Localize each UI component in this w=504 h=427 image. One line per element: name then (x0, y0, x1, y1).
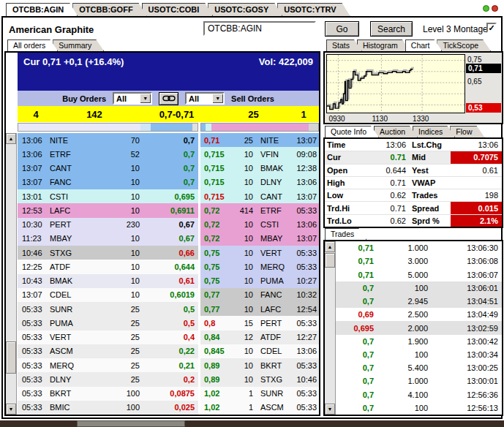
scroll-thumb[interactable] (6, 341, 16, 374)
quote-label: High (325, 178, 358, 187)
bid-row[interactable]: 05:33PUMA250,5 (18, 316, 198, 330)
ask-row[interactable]: 0,71510DLNY13:06 (200, 175, 319, 189)
ask-row[interactable]: 0,71510BMAK12:38 (200, 162, 319, 175)
chart-tab-histogram[interactable]: Histogram (357, 39, 410, 51)
trade-row[interactable]: 0,71.00013:00:01 (336, 374, 502, 388)
trade-time: 13:06:01 (428, 284, 502, 292)
trade-row[interactable]: 0,711.00013:06:30 (336, 241, 502, 254)
scroll-thumb[interactable] (325, 253, 335, 268)
ask-row[interactable]: 0,8412ATDF12:27 (200, 330, 319, 344)
trade-row[interactable]: 0,710012:56:13 (336, 401, 502, 415)
link-sides-button[interactable] (159, 92, 178, 105)
go-button[interactable]: Go (325, 21, 359, 37)
ask-row[interactable]: 0,72414ETRF05:33 (200, 203, 319, 217)
ask-row[interactable]: 0,8910STXG10:46 (200, 372, 319, 386)
quote-tab-indices[interactable]: Indices (413, 126, 455, 137)
bid-row[interactable]: 05:33SUNR250,5 (18, 302, 198, 316)
scroll-up-button[interactable]: ▲ (6, 133, 16, 144)
trade-row[interactable]: 0,6952.00013:02:59 (336, 321, 502, 334)
bid-size: 10 (91, 249, 143, 257)
ask-row[interactable]: 0,7125NITE13:07 (200, 133, 319, 147)
scroll-down-button[interactable]: ▼ (325, 404, 335, 415)
ask-mm: MERQ (256, 262, 290, 271)
bid-row[interactable]: 13:07CANT100,7 (18, 162, 198, 175)
symbol-tab-usotc-gosy[interactable]: USOTC:GOSY (208, 3, 282, 16)
symbol-tab-otcbb-goff[interactable]: OTCBB:GOFF (72, 3, 146, 16)
bid-row[interactable]: 10:43BMAK100,61 (18, 274, 198, 288)
trade-row[interactable]: 0,710013:00:34 (336, 348, 502, 361)
symbol-tab-usotc-ytrv[interactable]: USOTC:YTRV (277, 3, 350, 16)
ask-row[interactable]: 1,021ASCM05:33 (200, 401, 319, 415)
trade-row[interactable]: 0,710013:06:01 (336, 281, 502, 295)
ask-row[interactable]: 0,71510VFIN09:08 (200, 147, 319, 161)
ask-row[interactable]: 0,8910BKRT05:33 (200, 358, 319, 372)
trade-size: 3.000 (374, 257, 428, 265)
bid-row[interactable]: 11:23MBAY100,67 (18, 232, 198, 246)
symbol-input[interactable] (203, 21, 316, 36)
ask-row[interactable]: 0,7210CSTI13:06 (200, 218, 319, 232)
ask-row[interactable]: 0,7510PUMA10:27 (200, 274, 319, 288)
search-button[interactable]: Search (370, 21, 413, 37)
bid-price: 0,7 (143, 150, 198, 159)
ask-time: 05:33 (290, 361, 319, 370)
ask-row[interactable]: 0,7710LAFC12:54 (200, 302, 319, 316)
bid-row[interactable]: 05:33MERQ250,21 (18, 358, 198, 372)
bid-price: 0,2 (143, 375, 198, 384)
chart-tab-chart[interactable]: Chart (405, 39, 443, 51)
ask-row[interactable]: 0,7210MBAY13:07 (200, 232, 319, 246)
bid-row[interactable]: 05:33BKRT1000,0875 (18, 387, 198, 401)
bid-row[interactable]: 05:33BMIC1000,025 (18, 401, 198, 415)
bid-row[interactable]: 13:07CDEL100,6019 (18, 288, 198, 302)
trade-row[interactable]: 0,71.90013:00:42 (336, 335, 502, 348)
ask-row[interactable]: 0,7510MERQ05:33 (200, 260, 319, 273)
bid-row[interactable]: 13:06ETRF520,7 (18, 147, 198, 161)
chevron-down-icon[interactable]: ▼ (212, 94, 223, 103)
book-tab-all-orders[interactable]: All orders (7, 39, 58, 51)
ask-time: 09:08 (290, 150, 319, 159)
montage-checkbox[interactable]: ✓ (486, 23, 497, 33)
quote-tab-flow[interactable]: Flow (450, 126, 484, 137)
scroll-track[interactable] (325, 252, 335, 404)
scroll-up-button[interactable]: ▲ (325, 241, 335, 252)
book-tab-summary[interactable]: Summary (53, 39, 104, 51)
bid-row[interactable]: 13:07FANC100,7 (18, 175, 198, 189)
book-scrollbar[interactable]: ▲ ▼ (6, 133, 17, 415)
bid-time: 11:23 (18, 234, 48, 243)
trade-row[interactable]: 0,715.00013:06:07 (336, 268, 502, 281)
buy-filter-select[interactable]: All ▼ (113, 92, 152, 105)
quote-tab-auction[interactable]: Auction (374, 126, 418, 137)
trade-row[interactable]: 0,692.50013:04:49 (336, 308, 502, 321)
bid-row[interactable]: 12:53LAFC100,6911 (18, 203, 198, 217)
bid-row[interactable]: 05:33DLNY250,2 (18, 372, 198, 386)
ask-row[interactable]: 1,021SUNR05:33 (200, 387, 319, 401)
bid-row[interactable]: 05:33ASCM250,22 (18, 344, 198, 358)
trade-row[interactable]: 0,75.40013:00:25 (336, 361, 502, 374)
ask-row[interactable]: 0,71510CANT13:07 (200, 189, 319, 203)
quote-tab-quote-info[interactable]: Quote Info (325, 126, 379, 137)
bid-time: 13:06 (18, 136, 48, 145)
bid-row[interactable]: 13:01CSTI100,695 (18, 189, 198, 203)
symbol-tab-usotc-cobi[interactable]: USOTC:COBI (142, 3, 214, 16)
trades-scrollbar[interactable]: ▲ ▼ (325, 241, 336, 415)
ask-row[interactable]: 0,815PERT05:33 (200, 316, 319, 330)
bid-row[interactable]: 10:30PERT2300,67 (18, 218, 198, 232)
chart-tab-tickscope[interactable]: TickScope (437, 39, 491, 51)
ask-row[interactable]: 0,7710FANC10:32 (200, 288, 319, 302)
chart-tab-stats[interactable]: Stats (326, 39, 362, 51)
bid-row[interactable]: 13:06NITE700,7 (18, 133, 198, 147)
symbol-tab-otcbb-agin[interactable]: OTCBB:AGIN (6, 3, 78, 16)
trade-row[interactable]: 0,713.00013:06:08 (336, 254, 502, 268)
ask-mm: SUNR (256, 389, 290, 398)
scroll-track[interactable] (6, 144, 16, 404)
bid-row[interactable]: 05:33VERT250,4 (18, 330, 198, 344)
trade-row[interactable]: 0,72.94513:04:51 (336, 295, 502, 308)
chevron-down-icon[interactable]: ▼ (140, 94, 151, 103)
bid-row[interactable]: 10:46STXG100,66 (18, 246, 198, 260)
sell-filter-select[interactable]: All ▼ (185, 92, 225, 105)
tab-trades[interactable]: Trades (325, 228, 366, 240)
trade-row[interactable]: 0,74.10012:56:36 (336, 388, 502, 401)
ask-row[interactable]: 0,84510CDEL13:06 (200, 344, 319, 358)
bid-row[interactable]: 12:25ATDF100,644 (18, 260, 198, 273)
ask-row[interactable]: 0,7510VERT05:33 (200, 246, 319, 260)
scroll-down-button[interactable]: ▼ (6, 404, 16, 415)
